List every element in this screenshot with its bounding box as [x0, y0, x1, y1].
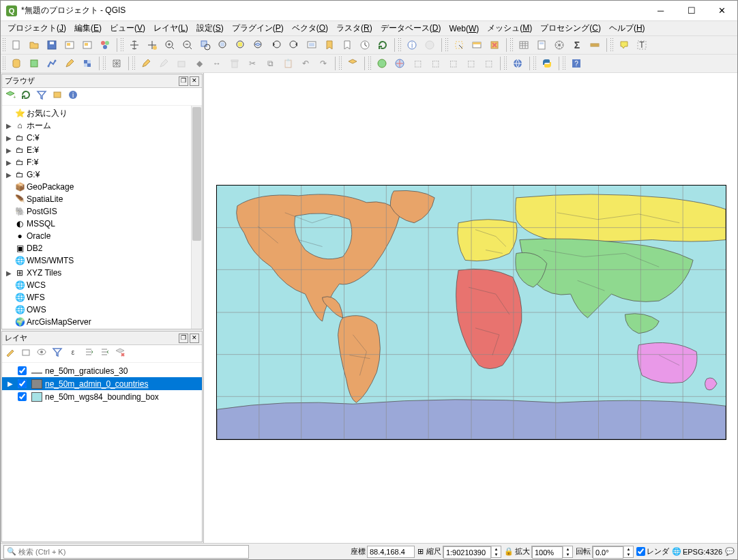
new-project-button[interactable] [8, 37, 25, 53]
menu-Web[interactable]: Web(W) [445, 23, 483, 35]
layer-visibility-checkbox[interactable] [18, 366, 27, 375]
expand-icon[interactable]: ▶ [8, 380, 16, 387]
statistics-button[interactable]: Σ [569, 37, 585, 53]
collapse-all-button[interactable] [52, 89, 67, 104]
layers-panel-header[interactable]: レイヤ ❐ ✕ [2, 331, 202, 345]
magnifier-input[interactable]: ▲▼ [531, 546, 573, 558]
tb2-f[interactable]: ⬚ [462, 55, 479, 72]
open-project-button[interactable] [26, 37, 42, 53]
browser-item-PostGIS[interactable]: 🐘PostGIS [2, 205, 202, 218]
layout-manager-button[interactable] [79, 37, 95, 53]
toolbox-button[interactable] [551, 37, 567, 53]
map-canvas[interactable] [204, 73, 737, 543]
menu-編集[interactable]: 編集(E) [70, 21, 106, 35]
new-print-layout-button[interactable] [61, 37, 78, 53]
text-annotation-button[interactable]: T [634, 37, 650, 53]
redo-button[interactable]: ↷ [315, 55, 331, 72]
menu-ヘルプ[interactable]: ヘルプ(H) [605, 21, 649, 35]
select-by-value-button[interactable] [469, 37, 485, 53]
browser-item-G:¥[interactable]: ▶🗀G:¥ [2, 168, 202, 181]
pan-to-selection-button[interactable] [144, 37, 160, 53]
browser-item-Oracle[interactable]: ●Oracle [2, 230, 202, 242]
tb2-c[interactable]: ⬚ [409, 55, 426, 72]
help-button[interactable]: ? [568, 55, 585, 72]
expand-icon[interactable]: ▶ [5, 171, 13, 179]
field-calculator-button[interactable] [533, 37, 550, 53]
map-view[interactable] [216, 185, 726, 440]
menu-ラスタ[interactable]: ラスタ(R) [332, 21, 377, 35]
toolbar-handle[interactable] [503, 56, 507, 71]
maximize-button[interactable]: ☐ [676, 1, 707, 21]
layer-styling-button[interactable] [5, 347, 20, 362]
measure-button[interactable] [587, 37, 603, 53]
copy-button[interactable]: ⧉ [262, 55, 278, 72]
browser-item-お気に入り[interactable]: ⭐お気に入り [2, 107, 202, 119]
toolbar-handle[interactable] [2, 56, 6, 71]
close-button[interactable]: ✕ [707, 1, 737, 21]
browser-item-DB2[interactable]: ▣DB2 [2, 242, 202, 254]
browser-item-ArcGisMapServer[interactable]: 🌍ArcGisMapServer [2, 316, 202, 328]
pan-button[interactable] [126, 37, 143, 53]
toolbar-handle[interactable] [368, 56, 372, 71]
new-map-view-button[interactable] [304, 37, 320, 53]
zoom-native-button[interactable] [197, 37, 213, 53]
add-wms-button[interactable] [374, 55, 390, 72]
metasearch-button[interactable] [510, 55, 526, 72]
browser-item-WCS[interactable]: 🌐WCS [2, 279, 202, 291]
panel-undock-button[interactable]: ❐ [179, 334, 188, 343]
vertex-tool-button[interactable]: ◆ [191, 55, 207, 72]
browser-item-XYZ Tiles[interactable]: ▶⊞XYZ Tiles [2, 267, 202, 279]
crs-button[interactable]: 🌐 EPSG:4326 [672, 547, 722, 556]
toolbar-handle[interactable] [610, 38, 614, 53]
add-mesh-button[interactable] [108, 55, 125, 72]
save-project-button[interactable] [44, 37, 60, 53]
menu-ビュー[interactable]: ビュー(V) [106, 21, 149, 35]
zoom-next-button[interactable] [286, 37, 302, 53]
layer-ne_50m_graticules_30[interactable]: ne_50m_graticules_30 [2, 364, 202, 377]
browser-item-WMS/WMTS[interactable]: 🌐WMS/WMTS [2, 254, 202, 267]
maptips-button[interactable] [616, 37, 632, 53]
zoom-selection-button[interactable] [233, 37, 249, 53]
menu-レイヤ[interactable]: レイヤ(L) [149, 21, 192, 35]
zoom-out-button[interactable] [179, 37, 196, 53]
expand-icon[interactable]: ▶ [5, 122, 13, 130]
browser-item-E:¥[interactable]: ▶🗀E:¥ [2, 144, 202, 156]
move-feature-button[interactable]: ↔ [209, 55, 225, 72]
data-source-manager-button[interactable] [8, 55, 25, 72]
add-feature-button[interactable] [173, 55, 190, 72]
minimize-button[interactable]: ─ [645, 1, 676, 21]
toolbar-handle[interactable] [338, 56, 342, 71]
virtual-layer-button[interactable] [344, 55, 361, 72]
temporal-button[interactable] [357, 37, 373, 53]
open-attribute-table-button[interactable] [516, 37, 532, 53]
expand-icon[interactable]: ▶ [5, 269, 13, 277]
undo-button[interactable]: ↶ [297, 55, 314, 72]
toolbar-handle[interactable] [120, 38, 124, 53]
browser-panel-header[interactable]: ブラウザ ❐ ✕ [2, 74, 202, 88]
style-manager-button[interactable] [97, 37, 113, 53]
manage-visibility-button[interactable] [36, 347, 51, 362]
new-geopackage-button[interactable] [26, 55, 42, 72]
toolbar-handle[interactable] [132, 56, 136, 71]
menu-ベクタ[interactable]: ベクタ(O) [288, 21, 332, 35]
zoom-full-button[interactable] [215, 37, 231, 53]
zoom-last-button[interactable] [268, 37, 284, 53]
new-bookmark-button[interactable] [321, 37, 338, 53]
toolbar-handle[interactable] [533, 56, 537, 71]
menu-メッシュ[interactable]: メッシュ(M) [483, 21, 536, 35]
messages-button[interactable]: 💬 [725, 547, 735, 556]
add-layer-button[interactable]: + [5, 89, 20, 104]
layer-ne_50m_admin_0_countries[interactable]: ▶ne_50m_admin_0_countries [2, 377, 202, 390]
render-checkbox[interactable] [636, 547, 645, 556]
menu-データベース[interactable]: データベース(D) [377, 21, 445, 35]
remove-layer-button[interactable] [115, 347, 130, 362]
filter-legend-button[interactable] [52, 347, 67, 362]
layer-visibility-checkbox[interactable] [18, 379, 27, 388]
collapse-all-layers-button[interactable] [99, 347, 114, 362]
zoom-in-button[interactable] [162, 37, 178, 53]
scale-input[interactable]: ▲▼ [443, 546, 501, 558]
browser-item-GeoPackage[interactable]: 📦GeoPackage [2, 181, 202, 193]
browser-item-OWS[interactable]: 🌐OWS [2, 304, 202, 316]
expand-icon[interactable]: ▶ [5, 159, 13, 166]
show-bookmarks-button[interactable] [339, 37, 355, 53]
